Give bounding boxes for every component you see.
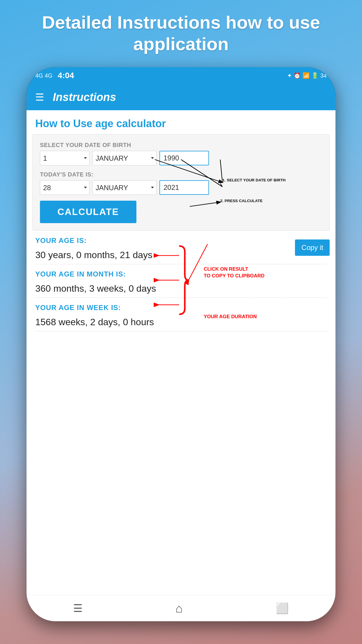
app-bar: ☰ Instructions xyxy=(27,84,335,110)
today-year-input[interactable] xyxy=(159,180,209,195)
your-age-month-value[interactable]: 360 months, 3 weeks, 0 days xyxy=(35,280,327,298)
your-age-value[interactable]: 30 years, 0 months, 21 days xyxy=(35,246,327,264)
copy-button[interactable]: Copy it xyxy=(295,239,330,256)
how-to-use-heading: How to Use age calculator xyxy=(27,110,335,134)
calc-demo-box: SELECT YOUR DATE OF BIRTH 1 JANUARY TODA… xyxy=(32,134,330,231)
today-label: TODAY'S DATE IS: xyxy=(40,171,322,178)
svg-line-4 xyxy=(190,202,220,206)
app-title: Instructions xyxy=(53,91,116,104)
phone-frame: 4G 4G 4:04 ✦ ⏰ 📶 🔋 34 ☰ Instructions How… xyxy=(27,67,335,621)
dob-month-select[interactable]: JANUARY xyxy=(92,151,157,165)
dob-year-input[interactable] xyxy=(159,151,209,165)
nav-home-icon[interactable]: ⌂ xyxy=(175,601,183,615)
nav-back-icon[interactable]: ⬜ xyxy=(276,602,289,615)
your-age-week-label: YOUR AGE IN WEEK IS: xyxy=(35,304,327,312)
status-bar: 4G 4G 4:04 ✦ ⏰ 📶 🔋 34 xyxy=(27,67,335,84)
dob-day-select[interactable]: 1 xyxy=(40,151,89,165)
your-age-month-label: YOUR AGE IN MONTH IS: xyxy=(35,270,327,278)
page-header: Detailed Instructions how to use applica… xyxy=(0,0,362,64)
status-icons-right: ✦ ⏰ 📶 🔋 34 xyxy=(287,72,327,79)
today-day-select[interactable]: 28 xyxy=(40,180,89,195)
your-age-week-value[interactable]: 1568 weeks, 2 days, 0 hours xyxy=(35,313,327,331)
status-time: 4:04 xyxy=(58,71,74,80)
screen-content: How to Use age calculator SELECT YOUR DA… xyxy=(27,110,335,621)
calculate-button[interactable]: CALCULATE xyxy=(40,201,136,223)
signal-icons: 4G 4G xyxy=(35,72,52,79)
your-age-label: YOUR AGE IS: xyxy=(35,237,327,245)
svg-text:2. PRESS CALCULATE: 2. PRESS CALCULATE xyxy=(220,199,263,203)
today-month-select[interactable]: JANUARY xyxy=(92,180,157,195)
dob-label: SELECT YOUR DATE OF BIRTH xyxy=(40,142,322,148)
bottom-nav: ☰ ⌂ ⬜ xyxy=(27,595,335,621)
nav-menu-icon[interactable]: ☰ xyxy=(73,602,82,615)
hamburger-icon[interactable]: ☰ xyxy=(35,91,44,103)
